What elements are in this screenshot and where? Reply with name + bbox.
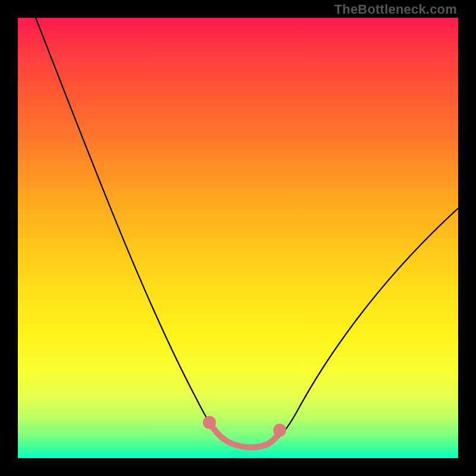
watermark-text: TheBottleneck.com (334, 2, 457, 17)
chart-frame (18, 18, 458, 458)
chart-gradient-background (18, 18, 458, 458)
